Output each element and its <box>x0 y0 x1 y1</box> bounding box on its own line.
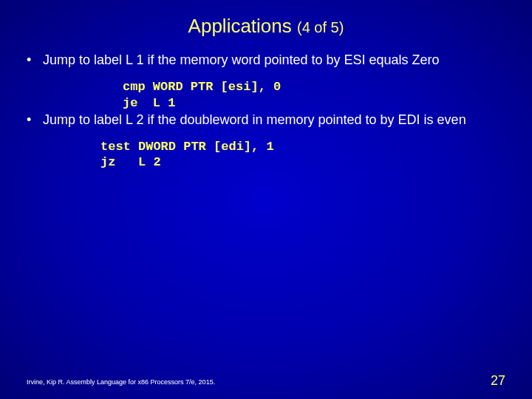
slide-title: Applications (4 of 5) <box>0 0 532 38</box>
footer-citation: Irvine, Kip R. Assembly Language for x86… <box>27 378 215 386</box>
bullet-2-text: Jump to label L 2 if the doubleword in m… <box>43 112 466 127</box>
slide-content: Jump to label L 1 if the memory word poi… <box>0 38 532 171</box>
code-block-1: cmp WORD PTR [esi], 0 je L 1 <box>123 79 505 111</box>
bullet-1: Jump to label L 1 if the memory word poi… <box>27 51 505 69</box>
bullet-1-text: Jump to label L 1 if the memory word poi… <box>43 52 440 67</box>
page-number: 27 <box>491 373 505 389</box>
title-main: Applications <box>188 15 292 37</box>
title-sub: (4 of 5) <box>297 19 344 35</box>
bullet-2: Jump to label L 2 if the doubleword in m… <box>27 111 505 129</box>
code-block-2: test DWORD PTR [edi], 1 jz L 2 <box>100 139 505 171</box>
